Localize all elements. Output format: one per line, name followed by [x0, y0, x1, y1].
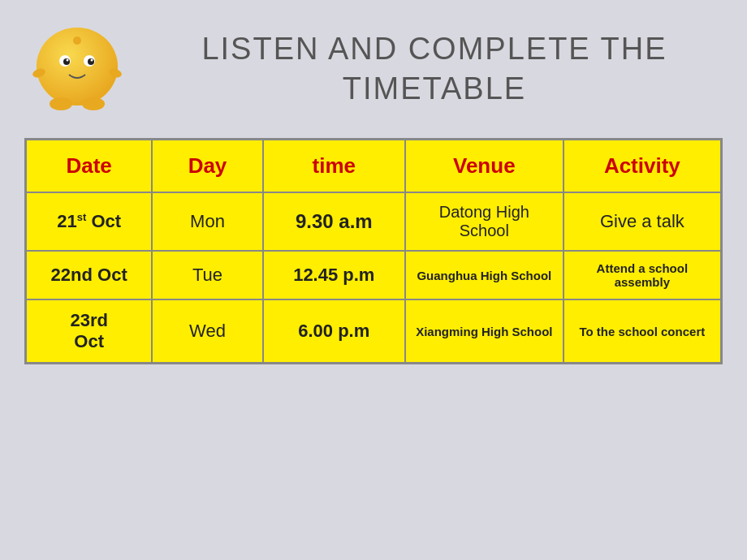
row3-date: 23rdOct: [26, 299, 153, 364]
col-header-activity: Activity: [563, 140, 722, 193]
title-line2: TIMETABLE: [343, 71, 526, 106]
table-header-spacer: Date Day time Venue Activity: [26, 140, 722, 193]
svg-point-4: [67, 59, 69, 62]
table-row: 22nd Oct Tue 12.45 p.m Guanghua High Sch…: [26, 251, 722, 299]
col-header-venue: Venue: [405, 140, 563, 193]
timetable: Date Day time Venue Activity 21st Oct Mo…: [24, 138, 723, 364]
main-title: LISTEN AND COMPLETE THE TIMETABLE: [146, 29, 723, 110]
row1-activity: Give a talk: [563, 192, 722, 251]
row1-date: 21st Oct: [26, 192, 153, 251]
mascot-image: [24, 16, 130, 122]
title-container: LISTEN AND COMPLETE THE TIMETABLE: [146, 29, 723, 110]
svg-point-8: [73, 37, 81, 45]
row1-venue: Datong High School: [405, 192, 563, 251]
svg-point-7: [91, 59, 93, 62]
row2-time: 12.45 p.m: [263, 251, 405, 299]
row2-date: 22nd Oct: [26, 251, 153, 299]
svg-point-10: [82, 97, 105, 110]
header-section: LISTEN AND COMPLETE THE TIMETABLE: [24, 16, 723, 122]
page-container: LISTEN AND COMPLETE THE TIMETABLE Date D…: [0, 0, 747, 560]
col-header-time: time: [263, 140, 405, 193]
title-line1: LISTEN AND COMPLETE THE: [201, 32, 667, 66]
svg-point-9: [50, 97, 72, 110]
row2-day: Tue: [152, 251, 262, 299]
row2-venue: Guanghua High School: [405, 251, 563, 299]
col-header-date: Date: [26, 140, 153, 193]
row3-activity: To the school concert: [563, 299, 722, 364]
row3-time: 6.00 p.m: [263, 299, 405, 364]
row3-day: Wed: [152, 299, 262, 364]
timetable-wrapper: Date Day time Venue Activity 21st Oct Mo…: [24, 138, 723, 364]
col-header-day: Day: [152, 140, 262, 193]
row1-time: 9.30 a.m: [263, 192, 405, 251]
table-row: 21st Oct Mon 9.30 a.m Datong High School…: [26, 192, 722, 251]
table-row: 23rdOct Wed 6.00 p.m Xiangming High Scho…: [26, 299, 722, 364]
row3-venue: Xiangming High School: [405, 299, 563, 364]
row2-activity: Attend a school assembly: [563, 251, 722, 299]
row1-day: Mon: [152, 192, 262, 251]
